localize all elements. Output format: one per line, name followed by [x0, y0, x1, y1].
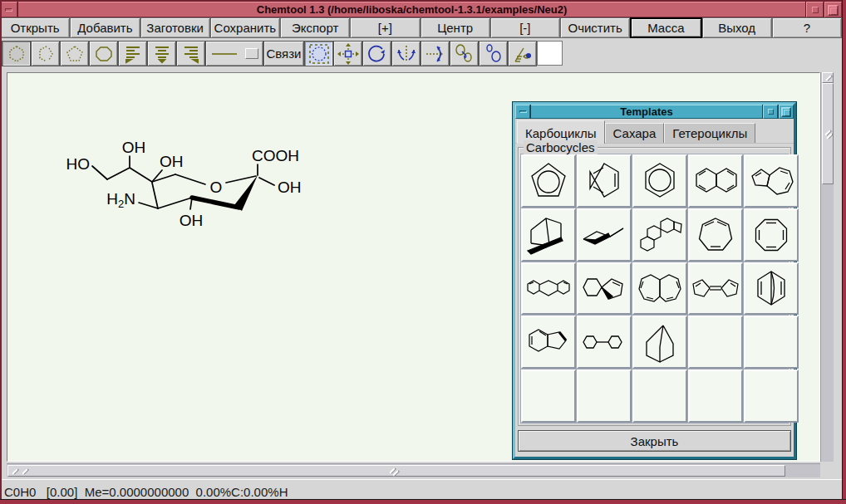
window-menu-button[interactable] — [0, 2, 17, 17]
menu-clear-button[interactable]: Очистить — [560, 17, 630, 38]
horizontal-scrollbar-thumb[interactable] — [7, 465, 785, 477]
align-center-button[interactable] — [147, 41, 176, 66]
template-cell-azulene[interactable] — [744, 154, 799, 208]
hexagon-template-button[interactable] — [2, 41, 31, 66]
template-cell-cycloheptatriene[interactable] — [688, 208, 743, 262]
vertical-scrollbar[interactable] — [820, 72, 834, 462]
scale-up-button[interactable] — [479, 41, 508, 66]
window-border-bottom — [0, 499, 846, 504]
template-cell-heptalene[interactable] — [632, 262, 687, 316]
horizontal-scrollbar[interactable] — [7, 463, 820, 477]
align-left-button[interactable] — [118, 41, 147, 66]
open-chain-icon — [36, 44, 56, 64]
open-chain-button[interactable] — [31, 41, 60, 66]
template-cell-indene[interactable] — [521, 316, 576, 369]
templates-titlebar[interactable]: Templates — [515, 105, 794, 119]
bonds-button[interactable]: Связи — [263, 41, 304, 66]
tab-heterocycles[interactable]: Гетероциклы — [664, 123, 755, 143]
atom-label-cooh: COOH — [252, 147, 299, 164]
rotate-button[interactable] — [362, 41, 391, 66]
scale-down-button[interactable] — [450, 41, 479, 66]
bond-style-button[interactable] — [205, 41, 263, 66]
template-cell-empty — [688, 316, 743, 369]
titlebar[interactable]: Chemtool 1.3 (/home/liboska/chemtool-1.3… — [0, 0, 842, 17]
menu-export-button[interactable]: Экспорт — [280, 17, 350, 38]
template-cell-benzene-kekule[interactable] — [577, 154, 632, 208]
maximize-icon — [768, 109, 774, 115]
template-cell-cyclooctatetraene[interactable] — [744, 208, 799, 262]
template-cell-cyclohexane-chair[interactable] — [577, 208, 632, 262]
menu-open-button[interactable]: Открыть — [0, 17, 70, 38]
template-cell-empty — [744, 369, 799, 423]
menu-mass-button[interactable]: Масса — [630, 17, 701, 38]
templates-close-button[interactable] — [779, 105, 794, 119]
template-cell-empty — [688, 369, 743, 423]
align-left-icon — [123, 44, 143, 64]
menu-add-button[interactable]: Добавить — [70, 17, 140, 38]
templates-maximize-button[interactable] — [763, 105, 778, 119]
atom-label-oh-top: OH — [122, 139, 146, 156]
minimize-icon — [5, 8, 12, 12]
template-cell-steroid-fragment[interactable] — [632, 208, 687, 262]
close-icon — [781, 107, 791, 117]
menu-help-button[interactable]: ? — [772, 17, 842, 38]
flip-vertical-button[interactable] — [421, 41, 450, 66]
menu-zoom-in-button[interactable]: [+] — [350, 17, 420, 38]
align-right-button[interactable] — [176, 41, 205, 66]
template-cell-empty — [577, 369, 632, 423]
close-button[interactable] — [824, 2, 842, 17]
maximize-button[interactable] — [806, 2, 824, 17]
template-cell-benzene-aromatic-circle[interactable] — [632, 154, 687, 208]
template-cell-fluorene[interactable] — [521, 262, 576, 316]
menubar: Открыть Добавить Заготовки Сохранить Экс… — [0, 17, 842, 38]
toolbar: Связи — [0, 38, 842, 70]
window-border-left — [0, 0, 2, 499]
template-cell-adamantane[interactable] — [521, 208, 576, 262]
atom-label-oh-c7: OH — [160, 153, 184, 170]
cleanup-button[interactable] — [508, 41, 537, 66]
template-cell-bicyclohexyl[interactable] — [577, 316, 632, 369]
select-marquee-button[interactable] — [304, 41, 333, 66]
template-cell-cyclopentadienyl[interactable] — [521, 154, 576, 208]
flip-vertical-icon — [425, 43, 446, 65]
pentagon-template-button[interactable] — [60, 41, 89, 66]
template-cell-barrelene[interactable] — [744, 262, 799, 316]
flip-horizontal-button[interactable] — [391, 41, 421, 66]
templates-close-bar-button[interactable]: Закрыть — [518, 430, 791, 452]
atom-label-oh-anomeric: OH — [278, 179, 302, 196]
template-cell-spiro-ring[interactable] — [577, 262, 632, 316]
bond-style-icon — [210, 48, 239, 60]
align-center-icon — [152, 44, 172, 64]
flip-horizontal-icon — [396, 43, 417, 65]
menu-exit-button[interactable]: Выход — [702, 17, 772, 38]
move-button[interactable] — [333, 41, 362, 66]
octagon-template-button[interactable] — [89, 41, 118, 66]
template-cell-empty — [632, 369, 687, 423]
templates-window-menu-button[interactable] — [515, 105, 530, 119]
marquee-icon — [308, 43, 330, 65]
atom-label-ho: HO — [66, 155, 91, 173]
templates-window: Templates Карбоциклы Сахара Гетероциклы … — [513, 102, 796, 459]
color-swatch[interactable] — [537, 41, 563, 66]
menu-templates-button[interactable]: Заготовки — [140, 17, 210, 38]
statusbar: C0H0 [0.00] Me=0.0000000000 0.00%C:0.00%… — [0, 479, 842, 499]
window-title: Chemtool 1.3 (/home/liboska/chemtool-1.3… — [18, 2, 805, 17]
bond-dropdown-icon — [245, 48, 258, 59]
template-cell-norbornane[interactable] — [632, 316, 687, 369]
move-icon — [337, 43, 359, 65]
vertical-scrollbar-thumb[interactable] — [822, 83, 834, 184]
align-right-icon — [181, 44, 201, 64]
scale-down-icon — [454, 43, 475, 65]
vertical-scrollbar-button[interactable] — [822, 72, 834, 83]
minimize-icon — [519, 110, 527, 113]
hexagon-icon — [7, 44, 27, 64]
menu-save-button[interactable]: Сохранить — [210, 17, 280, 38]
menu-zoom-out-button[interactable]: [-] — [490, 17, 560, 38]
formula-status-text: C0H0 [0.00] Me=0.0000000000 0.00%C:0.00%… — [4, 485, 288, 499]
pentagon-icon — [65, 44, 85, 64]
menu-center-button[interactable]: Центр — [421, 17, 490, 38]
template-cell-fulvalene[interactable] — [688, 262, 743, 316]
tab-sugars[interactable]: Сахара — [605, 123, 665, 143]
close-icon — [828, 5, 839, 16]
template-cell-naphthalene[interactable] — [688, 154, 743, 208]
